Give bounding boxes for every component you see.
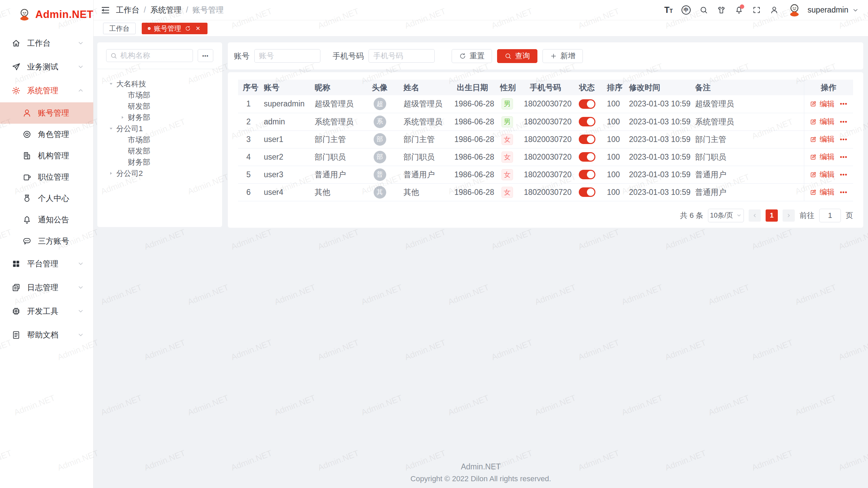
caret-down-icon[interactable] [109, 126, 113, 131]
tree-node[interactable]: 分公司2 [106, 168, 213, 179]
edit-button[interactable]: 编辑 [810, 169, 834, 180]
edit-button[interactable]: 编辑 [810, 117, 834, 127]
reset-button[interactable]: 重置 [452, 49, 492, 63]
language-icon[interactable]: 中 [679, 3, 694, 18]
caret-right-icon[interactable] [109, 171, 113, 176]
tree-node[interactable]: 市场部 [106, 134, 213, 145]
row-more-button[interactable]: ••• [840, 171, 847, 178]
sidebar-item-log-management[interactable]: 日志管理 [0, 276, 93, 299]
edit-button[interactable]: 编辑 [810, 152, 834, 162]
logo[interactable]: Admin.NET [0, 0, 93, 29]
sidebar-item-role-management[interactable]: 角色管理 [0, 124, 93, 145]
status-toggle[interactable] [579, 117, 595, 126]
row-more-button[interactable]: ••• [840, 100, 847, 107]
main-panel: 账号 手机号码 重置 查询 [228, 42, 863, 488]
col-header-action: 操作 [804, 80, 853, 95]
user-avatar[interactable] [787, 3, 802, 17]
status-toggle[interactable] [579, 152, 595, 162]
tree-node[interactable]: 研发部 [106, 145, 213, 157]
next-page-button[interactable] [783, 209, 795, 222]
edit-button[interactable]: 编辑 [810, 134, 834, 144]
notification-bell-icon[interactable] [732, 3, 747, 18]
org-search-input[interactable] [120, 51, 189, 60]
tab-refresh-icon[interactable] [184, 25, 191, 32]
sidebar-item-profile-center[interactable]: 个人中心 [0, 188, 93, 209]
prev-page-button[interactable] [749, 209, 761, 222]
theme-icon[interactable] [714, 3, 729, 18]
username[interactable]: superadmin [808, 5, 848, 15]
fullscreen-icon[interactable] [749, 3, 764, 18]
sidebar-item-system-management[interactable]: 系统管理 [0, 79, 93, 102]
breadcrumb-workbench[interactable]: 工作台 [116, 5, 139, 15]
user-menu-chevron-icon[interactable] [852, 6, 859, 14]
page-size-select[interactable]: 10条/页 [708, 209, 744, 222]
status-toggle[interactable] [579, 135, 595, 144]
chevron-down-icon [77, 63, 84, 70]
add-button[interactable]: 新增 [542, 49, 583, 63]
profile-icon[interactable] [767, 3, 782, 18]
sidebar-item-business-test[interactable]: 业务测试 [0, 55, 93, 79]
row-more-button[interactable]: ••• [840, 154, 847, 161]
caret-right-icon[interactable] [120, 115, 125, 120]
cell-phone: 18020030720 [519, 183, 572, 201]
gender-badge: 男 [501, 98, 513, 109]
sidebar-item-position-management[interactable]: 职位管理 [0, 166, 93, 188]
tree-node[interactable]: 研发部 [106, 101, 213, 112]
avatar: 普 [374, 168, 386, 181]
sidebar-item-label: 职位管理 [38, 172, 84, 182]
cell-seq: 3 [238, 130, 259, 148]
tree-node[interactable]: 分公司1 [106, 123, 213, 134]
status-toggle[interactable] [579, 187, 595, 197]
org-panel: ••• 大名科技市场部研发部财务部分公司1市场部研发部财务部分公司2 [97, 42, 222, 227]
page-1-button[interactable]: 1 [766, 209, 778, 222]
sidebar-item-workbench[interactable]: 工作台 [0, 31, 93, 55]
sidebar-item-platform-management[interactable]: 平台管理 [0, 252, 93, 276]
breadcrumb-system-management[interactable]: 系统管理 [150, 5, 181, 15]
row-more-button[interactable]: ••• [840, 136, 847, 143]
sidebar-item-label: 个人中心 [38, 193, 84, 204]
cell-sort: 100 [602, 166, 624, 183]
status-toggle[interactable] [579, 99, 595, 109]
sidebar-item-notice[interactable]: 通知公告 [0, 209, 93, 230]
sidebar-item-dev-tools[interactable]: 开发工具 [0, 299, 93, 323]
tree-node-label: 财务部 [128, 157, 150, 167]
tree-node[interactable]: 财务部 [106, 112, 213, 123]
cell-account: admin [259, 113, 310, 130]
search-icon[interactable] [696, 3, 711, 18]
font-size-icon[interactable]: TT [661, 3, 676, 18]
cell-time: 2023-01-03 10:59:44 [624, 166, 690, 183]
cell-gender: 女 [495, 166, 519, 183]
menu-fold-icon[interactable] [100, 5, 111, 15]
row-more-button[interactable]: ••• [840, 189, 847, 196]
cell-avatar: 部 [361, 130, 399, 148]
table-row: 4user2部门职员部部门职员1986-06-28女18020030720100… [238, 148, 853, 166]
sidebar-item-third-party-account[interactable]: 三方账号 [0, 230, 93, 252]
tab-account-management[interactable]: 账号管理 × [142, 23, 208, 34]
total-count: 共 6 条 [680, 210, 703, 221]
query-button[interactable]: 查询 [497, 49, 537, 63]
edit-button[interactable]: 编辑 [810, 99, 834, 109]
tree-node[interactable]: 财务部 [106, 157, 213, 168]
cell-status [572, 130, 602, 148]
cell-remark: 部门主管 [690, 130, 804, 148]
org-search [106, 49, 193, 62]
tab-close-icon[interactable]: × [195, 25, 201, 32]
edit-icon [810, 154, 817, 161]
cell-nickname: 系统管理员 [310, 113, 361, 130]
sidebar-item-org-management[interactable]: 机构管理 [0, 145, 93, 166]
sidebar-menu: 工作台业务测试系统管理账号管理角色管理机构管理职位管理个人中心通知公告三方账号平… [0, 29, 93, 347]
row-more-button[interactable]: ••• [840, 118, 847, 125]
account-input[interactable] [254, 49, 320, 63]
phone-input[interactable] [369, 49, 435, 63]
tree-node[interactable]: 大名科技 [106, 78, 213, 89]
tree-node[interactable]: 市场部 [106, 89, 213, 101]
caret-down-icon[interactable] [109, 82, 113, 86]
sidebar-item-help-docs[interactable]: 帮助文档 [0, 323, 93, 347]
edit-button[interactable]: 编辑 [810, 187, 834, 197]
status-toggle[interactable] [579, 170, 595, 179]
org-more-button[interactable]: ••• [198, 49, 213, 62]
tab-workbench[interactable]: 工作台 [103, 23, 136, 34]
tree-node-label: 大名科技 [116, 79, 146, 89]
goto-page-input[interactable] [819, 209, 841, 222]
sidebar-item-account-management[interactable]: 账号管理 [0, 102, 93, 124]
